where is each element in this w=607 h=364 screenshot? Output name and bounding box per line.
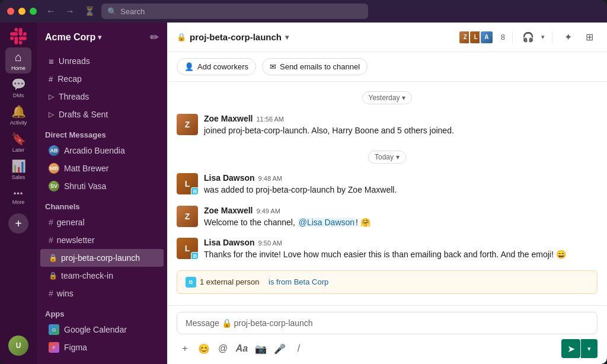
channel-general[interactable]: # general	[40, 213, 164, 231]
search-bar[interactable]: 🔍 Search	[101, 4, 368, 19]
msg3-mention[interactable]: @Lisa Dawson	[298, 218, 356, 227]
close-button[interactable]	[7, 8, 14, 15]
composer-toolbar: + 😊 @ Aa 📷 🎤 / ➤ ▾	[177, 339, 598, 358]
send-chevron[interactable]: ▾	[581, 339, 598, 358]
maximize-button[interactable]	[30, 8, 37, 15]
lisa-avatar-2: L B	[177, 238, 198, 259]
composer: Message 🔒 proj-beta-corp-launch + 😊 @ Aa…	[167, 305, 607, 364]
mention-button[interactable]: @	[215, 340, 231, 357]
zoe-avatar-img-2: Z	[177, 206, 198, 227]
dm-shruti[interactable]: SV Shruti Vasa	[40, 177, 164, 195]
msg3-author: Zoe Maxwell	[204, 206, 253, 215]
dms-icon: 💬	[11, 77, 26, 91]
channel-sidebar: Acme Corp ▾ ✏ ≡ Unreads # Recap ▷ Thread…	[37, 23, 167, 364]
sidebar-item-dms[interactable]: 💬 DMs	[5, 75, 31, 101]
home-label: Home	[11, 65, 25, 71]
zoe-avatar: Z	[177, 114, 198, 135]
msg3-text-after: ! 🤗	[356, 218, 370, 227]
title-bar: ← → ⏳ 🔍 Search	[0, 0, 607, 23]
channel-title[interactable]: 🔒 proj-beta-corp-launch ▾	[177, 32, 289, 42]
channels-section: Channels	[37, 195, 167, 213]
msg2-text: was added to proj-beta-corp-launch by Zo…	[204, 184, 598, 196]
msg4-text: Thanks for the invite! Love how much eas…	[204, 248, 598, 260]
header-divider-2	[552, 31, 552, 43]
today-pill[interactable]: Today ▾	[368, 151, 406, 164]
edit-icon[interactable]: ✏	[150, 31, 159, 44]
send-button[interactable]: ➤	[561, 339, 580, 358]
workspace-header: Acme Corp ▾ ✏	[37, 23, 167, 52]
sidebar-nav-unreads[interactable]: ≡ Unreads	[40, 52, 164, 70]
channel-newsletter[interactable]: # newsletter	[40, 231, 164, 249]
message-lisa-added: L B Lisa Dawson 9:48 AM was added to pro…	[167, 168, 607, 200]
text-format-button[interactable]: Aa	[234, 340, 250, 357]
more-icon: •••	[14, 189, 24, 198]
external-count: 1 external person	[200, 277, 259, 286]
video-button[interactable]: 📷	[253, 340, 269, 357]
channel-lock-icon: 🔒	[177, 33, 186, 41]
general-label: general	[57, 218, 85, 227]
sidebar-item-later[interactable]: 🔖 Later	[5, 129, 31, 155]
headphones-button[interactable]: 🎧	[520, 29, 536, 46]
back-arrow[interactable]: ←	[44, 5, 58, 18]
yesterday-pill[interactable]: Yesterday ▾	[362, 91, 413, 104]
sidebar-item-activity[interactable]: 🔔 Activity	[5, 102, 31, 128]
hash-icon: #	[49, 218, 53, 227]
sidebar-nav-threads[interactable]: ▷ Threads	[40, 88, 164, 106]
channel-proj-beta[interactable]: 🔒 proj-beta-corp-launch	[40, 249, 164, 267]
composer-placeholder: Message 🔒 proj-beta-corp-launch	[186, 318, 313, 328]
matt-avatar: MB	[49, 163, 59, 174]
arcadio-avatar: AB	[49, 145, 59, 156]
add-button[interactable]: +	[177, 340, 193, 357]
home-icon: ⌂	[15, 50, 22, 64]
later-label: Later	[12, 147, 25, 153]
apps-section: Apps	[37, 302, 167, 321]
msg2-author: Lisa Dawson	[204, 173, 255, 183]
send-emails-button[interactable]: ✉ Send emails to channel	[262, 58, 368, 75]
send-emails-label: Send emails to channel	[280, 62, 360, 71]
external-link[interactable]: is from Beta Corp	[269, 277, 328, 286]
emoji-button[interactable]: 😊	[196, 340, 212, 357]
sidebar-item-sales[interactable]: 📊 Sales	[5, 157, 31, 183]
zoe-avatar-2: Z	[177, 206, 198, 227]
forward-arrow[interactable]: →	[63, 5, 77, 18]
team-check-label: team-check-in	[61, 271, 113, 280]
add-coworkers-button[interactable]: 👤 Add coworkers	[177, 58, 256, 75]
proj-beta-label: proj-beta-corp-launch	[61, 253, 140, 263]
history-icon[interactable]: ⏳	[84, 6, 95, 17]
sidebar-nav-drafts[interactable]: ▷ Drafts & Sent	[40, 106, 164, 123]
lock-icon-proj-beta: 🔒	[49, 254, 57, 262]
user-avatar[interactable]: U	[8, 336, 28, 356]
dm-arcadio[interactable]: AB Arcadio Buendia	[40, 142, 164, 159]
date-chevron: ▾	[402, 94, 405, 102]
sales-label: Sales	[12, 174, 25, 180]
add-workspace-button[interactable]: +	[8, 213, 28, 234]
slack-logo	[8, 26, 28, 46]
audio-button[interactable]: 🎤	[271, 340, 288, 357]
search-placeholder: Search	[120, 7, 145, 16]
app-gcal[interactable]: G Google Calendar	[40, 321, 164, 339]
sidebar-nav-recap[interactable]: # Recap	[40, 70, 164, 88]
channel-team-check[interactable]: 🔒 team-check-in	[40, 267, 164, 285]
workspace-name[interactable]: Acme Corp ▾	[45, 32, 101, 43]
app-figma[interactable]: F Figma	[40, 339, 164, 356]
add-coworkers-label: Add coworkers	[197, 62, 248, 71]
nav-arrows: ← →	[44, 5, 77, 18]
star-button[interactable]: ✦	[560, 29, 576, 46]
drafts-label: Drafts & Sent	[59, 110, 108, 119]
external-badge: B	[186, 277, 196, 288]
slash-button[interactable]: /	[290, 340, 307, 357]
channel-wins[interactable]: # wins	[40, 285, 164, 302]
message-zoe-join: Z Zoe Maxwell 11:56 AM joined proj-beta-…	[167, 109, 607, 141]
dm-matt[interactable]: MB Matt Brewer	[40, 159, 164, 177]
plus-icon: +	[15, 217, 22, 231]
chat-header: 🔒 proj-beta-corp-launch ▾ Z L A 8 🎧 ▾ ✦	[167, 23, 607, 52]
sidebar-item-home[interactable]: ⌂ Home	[5, 47, 31, 74]
minimize-button[interactable]	[18, 8, 25, 15]
sidebar-toggle-button[interactable]: ⊞	[581, 29, 598, 46]
lisa-badge-2: B	[191, 252, 198, 259]
message-input[interactable]: Message 🔒 proj-beta-corp-launch	[177, 312, 598, 334]
recap-icon: #	[49, 75, 53, 84]
channel-name: proj-beta-corp-launch	[190, 32, 282, 42]
dms-label: DMs	[13, 92, 24, 98]
sidebar-item-more[interactable]: ••• More	[5, 184, 31, 210]
